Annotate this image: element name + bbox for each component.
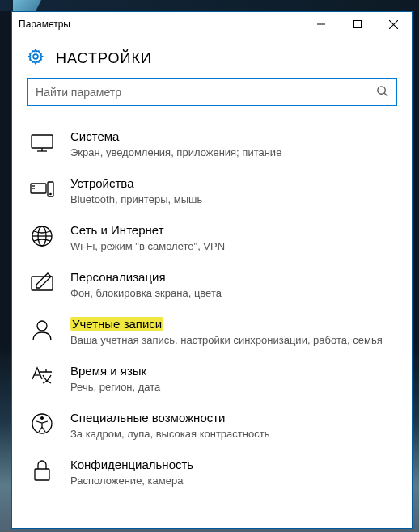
category-desc: Фон, блокировка экрана, цвета [70, 286, 396, 301]
network-icon [28, 222, 56, 250]
close-button[interactable] [375, 12, 412, 36]
category-desc: Речь, регион, дата [70, 380, 396, 395]
maximize-icon [353, 20, 362, 28]
minimize-button[interactable] [303, 12, 339, 36]
search-input[interactable] [36, 79, 376, 105]
time-language-icon [28, 363, 56, 391]
svg-point-19 [37, 321, 47, 331]
category-desc: Ваша учетная запись, настройки синхрониз… [70, 333, 396, 348]
category-system[interactable]: Система Экран, уведомления, приложения; … [12, 120, 412, 167]
svg-point-12 [50, 193, 51, 194]
svg-point-5 [378, 86, 385, 93]
titlebar[interactable]: Параметры [12, 12, 412, 36]
svg-rect-23 [35, 469, 49, 480]
category-title: Время и язык [70, 364, 146, 378]
category-time-language[interactable]: Время и язык Речь, регион, дата [12, 355, 412, 402]
accounts-icon [28, 316, 56, 344]
category-accounts[interactable]: Учетные записи Ваша учетная запись, наст… [12, 308, 412, 355]
ease-of-access-icon [28, 410, 56, 437]
category-title: Специальные возможности [70, 411, 226, 424]
category-title: Конфиденциальность [70, 458, 193, 471]
svg-rect-7 [32, 135, 53, 148]
personalization-icon [28, 269, 56, 297]
search-icon [376, 85, 388, 100]
category-desc: Wi-Fi, режим "в самолете", VPN [70, 239, 396, 254]
svg-line-6 [384, 93, 387, 96]
category-personalization[interactable]: Персонализация Фон, блокировка экрана, ц… [12, 261, 412, 308]
category-list: Система Экран, уведомления, приложения; … [12, 117, 412, 528]
category-desc: За кадром, лупа, высокая контрастность [70, 427, 396, 441]
svg-point-4 [33, 54, 38, 59]
maximize-button[interactable] [339, 12, 375, 36]
category-desc: Расположение, камера [70, 474, 396, 488]
close-icon [389, 20, 398, 29]
minimize-icon [317, 20, 325, 28]
page-title: НАСТРОЙКИ [56, 50, 152, 67]
desktop-accent [13, 0, 41, 11]
category-title: Система [70, 129, 119, 143]
gear-icon [27, 48, 44, 69]
settings-window: Параметры НАСТРОЙКИ [11, 11, 413, 529]
category-title: Персонализация [70, 270, 166, 284]
category-ease-of-access[interactable]: Специальные возможности За кадром, лупа,… [12, 402, 412, 449]
category-desc: Экран, уведомления, приложения; питание [70, 146, 396, 160]
svg-rect-1 [353, 21, 361, 28]
category-title: Сеть и Интернет [70, 223, 164, 237]
privacy-icon [28, 457, 56, 484]
search-box[interactable] [27, 78, 397, 106]
category-title: Учетные записи [70, 317, 163, 331]
header: НАСТРОЙКИ [12, 36, 412, 78]
devices-icon [28, 175, 56, 203]
category-privacy[interactable]: Конфиденциальность Расположение, камера [12, 449, 412, 496]
category-devices[interactable]: Устройства Bluetooth, принтеры, мышь [12, 167, 412, 214]
window-title: Параметры [19, 19, 70, 30]
svg-point-22 [40, 416, 44, 420]
category-title: Устройства [70, 176, 133, 190]
desktop-bg-top [0, 0, 419, 11]
category-desc: Bluetooth, принтеры, мышь [70, 192, 396, 207]
system-icon [28, 129, 56, 156]
category-network[interactable]: Сеть и Интернет Wi-Fi, режим "в самолете… [12, 214, 412, 261]
